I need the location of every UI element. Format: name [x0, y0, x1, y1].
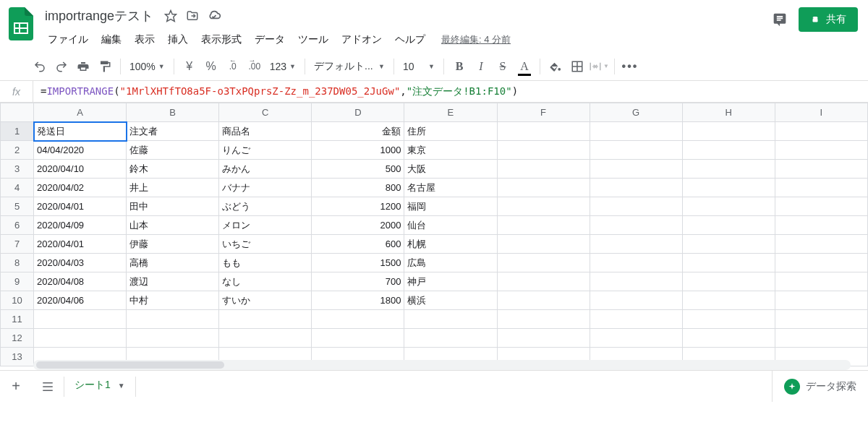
cell[interactable] — [590, 197, 682, 216]
row-header[interactable]: 10 — [1, 291, 34, 310]
cell[interactable]: 2020/04/01 — [34, 197, 127, 216]
cell[interactable]: 名古屋 — [404, 179, 497, 197]
cell[interactable] — [682, 216, 775, 235]
column-header[interactable]: E — [404, 103, 497, 122]
column-header[interactable]: D — [312, 103, 404, 122]
cell[interactable]: 1000 — [312, 141, 404, 160]
cell[interactable]: 1500 — [312, 254, 404, 272]
comments-icon[interactable] — [773, 12, 787, 27]
explore-button[interactable]: データ探索 — [772, 371, 868, 402]
document-title[interactable]: importrangeテスト — [42, 6, 156, 26]
cell[interactable]: 2020/04/10 — [34, 160, 127, 179]
row-header[interactable]: 6 — [1, 216, 34, 235]
cell[interactable] — [34, 329, 127, 348]
column-header[interactable]: B — [127, 103, 219, 122]
cell[interactable]: 2020/04/08 — [34, 272, 127, 291]
cell[interactable] — [497, 291, 590, 310]
cell[interactable] — [682, 179, 775, 197]
horizontal-scrollbar[interactable] — [33, 360, 851, 370]
cell[interactable] — [682, 141, 775, 160]
cell[interactable]: 渡辺 — [127, 272, 219, 291]
bold-button[interactable]: B — [448, 56, 470, 77]
cell[interactable] — [404, 310, 497, 329]
cell[interactable] — [34, 310, 127, 329]
cell[interactable]: 600 — [312, 235, 404, 254]
spreadsheet-grid[interactable]: ABCDEFGHI 1発送日注文者商品名金額住所204/04/2020佐藤りんご… — [0, 103, 868, 370]
merge-cells-button[interactable]: ▼ — [588, 56, 610, 77]
print-button[interactable] — [72, 56, 94, 77]
cell[interactable] — [775, 216, 867, 235]
number-format-dropdown[interactable]: 123▼ — [265, 56, 300, 77]
cell[interactable] — [590, 216, 682, 235]
cell[interactable] — [219, 310, 312, 329]
cell[interactable] — [497, 310, 590, 329]
cell[interactable] — [497, 254, 590, 272]
cell[interactable]: 2020/04/02 — [34, 179, 127, 197]
cell[interactable]: 広島 — [404, 254, 497, 272]
cell[interactable] — [682, 160, 775, 179]
cell[interactable] — [127, 329, 219, 348]
cell[interactable] — [497, 235, 590, 254]
cell[interactable]: いちご — [219, 235, 312, 254]
column-header[interactable]: F — [497, 103, 590, 122]
cell[interactable] — [497, 179, 590, 197]
cell[interactable] — [312, 310, 404, 329]
cell[interactable]: 福岡 — [404, 197, 497, 216]
cell[interactable]: 東京 — [404, 141, 497, 160]
cell[interactable]: 神戸 — [404, 272, 497, 291]
percent-button[interactable]: % — [200, 56, 222, 77]
row-header[interactable]: 4 — [1, 179, 34, 197]
strikethrough-button[interactable]: S — [492, 56, 514, 77]
cell[interactable] — [682, 272, 775, 291]
cell[interactable]: 高橋 — [127, 254, 219, 272]
cell[interactable] — [590, 235, 682, 254]
row-header[interactable]: 8 — [1, 254, 34, 272]
cell[interactable]: 田中 — [127, 197, 219, 216]
cell[interactable] — [590, 160, 682, 179]
more-tools-button[interactable]: ••• — [619, 56, 641, 77]
decrease-decimal-button[interactable]: .0← — [222, 56, 244, 77]
cell[interactable] — [775, 141, 867, 160]
cell[interactable] — [590, 254, 682, 272]
cell[interactable]: 住所 — [404, 122, 497, 141]
column-header[interactable]: I — [775, 103, 867, 122]
menu-item[interactable]: 表示形式 — [195, 30, 247, 49]
cell[interactable] — [775, 310, 867, 329]
row-header[interactable]: 5 — [1, 197, 34, 216]
cell[interactable] — [775, 122, 867, 141]
cell[interactable] — [682, 329, 775, 348]
menu-item[interactable]: 編集 — [95, 30, 127, 49]
all-sheets-button[interactable] — [32, 371, 64, 403]
row-header[interactable]: 2 — [1, 141, 34, 160]
menu-item[interactable]: ツール — [292, 30, 334, 49]
cell[interactable] — [590, 291, 682, 310]
cell[interactable] — [590, 310, 682, 329]
cell[interactable]: 横浜 — [404, 291, 497, 310]
last-edit-link[interactable]: 最終編集: 4 分前 — [441, 33, 511, 46]
cell[interactable] — [497, 122, 590, 141]
fx-icon[interactable]: fx — [0, 81, 33, 102]
row-header[interactable]: 11 — [1, 310, 34, 329]
cell[interactable] — [590, 272, 682, 291]
cell[interactable] — [682, 122, 775, 141]
cell[interactable]: ぶどう — [219, 197, 312, 216]
menu-item[interactable]: ファイル — [42, 30, 94, 49]
cell[interactable]: 2020/04/03 — [34, 254, 127, 272]
cell[interactable]: 1800 — [312, 291, 404, 310]
cell[interactable]: 注文者 — [127, 122, 219, 141]
cell[interactable]: 発送日 — [34, 122, 127, 141]
cell[interactable]: 中村 — [127, 291, 219, 310]
row-header[interactable]: 12 — [1, 329, 34, 348]
cell[interactable]: バナナ — [219, 179, 312, 197]
increase-decimal-button[interactable]: .00→ — [244, 56, 265, 77]
cell[interactable]: 800 — [312, 179, 404, 197]
cell[interactable] — [497, 160, 590, 179]
cell[interactable] — [682, 197, 775, 216]
cell[interactable] — [219, 329, 312, 348]
cell[interactable] — [775, 160, 867, 179]
cell[interactable] — [312, 329, 404, 348]
cell[interactable] — [590, 122, 682, 141]
cell[interactable]: りんご — [219, 141, 312, 160]
cell[interactable] — [127, 310, 219, 329]
row-header[interactable]: 1 — [1, 122, 34, 141]
